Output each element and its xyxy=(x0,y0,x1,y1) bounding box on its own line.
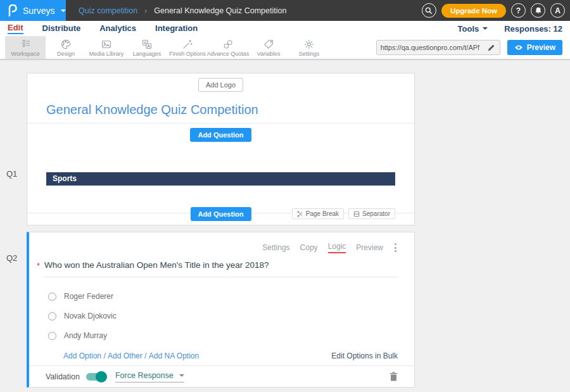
survey-url-box xyxy=(376,40,500,55)
separator-label: Separator xyxy=(362,210,390,217)
magic-wand-icon xyxy=(182,39,193,50)
separator-button[interactable]: Separator xyxy=(348,208,395,219)
required-asterisk: * xyxy=(37,260,40,277)
add-logo-button[interactable]: Add Logo xyxy=(198,78,243,92)
option-links-row: Add Option / Add Other / Add NA Option E… xyxy=(63,351,398,360)
toggle-knob xyxy=(96,371,107,383)
toolbar-item-advance-quotas[interactable]: Advance Quotas xyxy=(208,36,248,59)
links-separator: / xyxy=(142,351,149,360)
questionpro-logo-icon xyxy=(8,4,17,16)
toolbar-item-workspace[interactable]: Workspace xyxy=(5,36,46,59)
editor-toolbar: Workspace Design Media Library Languages… xyxy=(0,36,570,60)
survey-title[interactable]: General Knowledge Quiz Competition xyxy=(46,103,395,117)
toolbar-item-label: Variables xyxy=(257,51,281,57)
surveys-menu[interactable]: Surveys xyxy=(0,0,66,21)
toolbar-item-finish-options[interactable]: Finish Options xyxy=(167,36,208,59)
validation-toggle[interactable] xyxy=(86,373,105,381)
toolbar-item-label: Media Library xyxy=(89,51,124,57)
account-avatar[interactable]: A xyxy=(550,3,565,18)
toolbar-item-languages[interactable]: Languages xyxy=(127,36,167,59)
toolbar-item-media-library[interactable]: Media Library xyxy=(86,36,127,59)
tab-edit[interactable]: Edit xyxy=(8,23,23,34)
toolbar-item-label: Design xyxy=(57,51,75,57)
chain-links-icon xyxy=(222,39,234,50)
tag-icon xyxy=(263,39,274,50)
avatar-letter: A xyxy=(555,6,560,15)
breadcrumb-folder[interactable]: Quiz competition xyxy=(79,6,137,15)
tabbar-right: Tools Responses: 12 xyxy=(458,24,562,34)
survey-editor-page: Surveys Quiz competition › General Knowl… xyxy=(0,0,570,392)
section-tabbar: Edit Distribute Analytics Integration To… xyxy=(0,21,570,36)
question-preview-link[interactable]: Preview xyxy=(356,243,383,252)
edit-options-in-bulk-link[interactable]: Edit Options in Bulk xyxy=(331,351,398,360)
radio-button[interactable] xyxy=(48,332,56,340)
question-copy-link[interactable]: Copy xyxy=(300,243,318,252)
preview-button[interactable]: Preview xyxy=(507,40,562,55)
question-number-q1: Q1 xyxy=(6,169,17,179)
add-option-link[interactable]: Add Option xyxy=(63,351,101,360)
toolbar-item-variables[interactable]: Variables xyxy=(248,36,289,59)
upgrade-now-button[interactable]: Upgrade Now xyxy=(441,4,506,18)
tab-analytics[interactable]: Analytics xyxy=(99,23,136,34)
question-mark-icon: ? xyxy=(516,6,521,15)
question-text-row: * Who won the Australian Open Men's Titl… xyxy=(37,260,398,277)
gear-icon xyxy=(303,39,315,50)
question-number-q2: Q2 xyxy=(6,253,17,263)
chevron-down-icon xyxy=(483,27,488,30)
validation-label: Validation xyxy=(46,372,80,381)
tab-integration[interactable]: Integration xyxy=(155,23,198,34)
edit-url-button[interactable] xyxy=(483,41,500,54)
answer-option-label[interactable]: Andy Murray xyxy=(64,331,107,340)
force-response-dropdown[interactable]: Force Response xyxy=(115,371,184,383)
toolbar-item-label: Workspace xyxy=(11,51,40,57)
breadcrumb-separator: › xyxy=(144,6,147,15)
toolbar-item-settings[interactable]: Settings xyxy=(289,36,329,59)
design-palette-icon xyxy=(60,39,72,50)
add-na-option-link[interactable]: Add NA Option xyxy=(149,351,199,360)
force-response-label: Force Response xyxy=(115,371,174,380)
tools-dropdown[interactable]: Tools xyxy=(458,24,488,34)
question-text-input[interactable]: Who won the Australian Open Men's Title … xyxy=(44,260,398,277)
answer-option-label[interactable]: Novak Djokovic xyxy=(64,312,117,320)
question-logic-link[interactable]: Logic xyxy=(328,242,346,253)
responses-count[interactable]: Responses: 12 xyxy=(504,24,562,34)
page-break-button[interactable]: Page Break xyxy=(292,208,344,219)
surveys-menu-label: Surveys xyxy=(23,6,55,16)
preview-button-label: Preview xyxy=(527,43,555,52)
breadcrumb-survey-name: General Knowledge Quiz Competition xyxy=(154,6,286,15)
add-question-button-bottom[interactable]: Add Question xyxy=(190,207,251,221)
answer-option-row: Roger Federer xyxy=(48,292,414,301)
answer-option-row: Andy Murray xyxy=(48,331,414,340)
question-footer: Validation Force Response xyxy=(29,365,414,387)
card1-footer: Add Question Page Break Separator xyxy=(27,201,414,225)
tab-distribute[interactable]: Distribute xyxy=(42,23,81,34)
search-button[interactable] xyxy=(422,3,436,18)
separator-icon xyxy=(353,211,360,217)
scissors-icon xyxy=(297,211,303,217)
add-other-link[interactable]: Add Other xyxy=(108,351,142,360)
toolbar-right: Preview xyxy=(376,36,570,59)
toolbar-item-design[interactable]: Design xyxy=(46,36,86,59)
delete-question-button[interactable] xyxy=(390,372,398,381)
notifications-button[interactable] xyxy=(531,3,545,18)
pencil-icon xyxy=(488,44,495,51)
radio-button[interactable] xyxy=(48,293,56,301)
tools-label: Tools xyxy=(458,24,479,34)
question-settings-link[interactable]: Settings xyxy=(262,243,289,252)
links-separator: / xyxy=(101,351,108,360)
toolbar-item-label: Finish Options xyxy=(169,51,206,57)
survey-url-input[interactable] xyxy=(377,44,483,51)
add-question-button-top[interactable]: Add Question xyxy=(190,128,251,142)
radio-button[interactable] xyxy=(48,312,56,320)
help-button[interactable]: ? xyxy=(511,3,526,18)
kebab-menu-icon[interactable] xyxy=(393,242,398,253)
answer-option-label[interactable]: Roger Federer xyxy=(64,292,113,301)
search-icon xyxy=(425,7,433,15)
toolbar-item-label: Settings xyxy=(299,51,320,57)
languages-icon xyxy=(141,39,153,50)
workspace-icon xyxy=(20,39,31,50)
trash-icon xyxy=(390,372,398,381)
page-break-label: Page Break xyxy=(306,210,339,217)
chevron-down-icon xyxy=(61,9,66,12)
section-header-q1[interactable]: Sports xyxy=(46,172,395,186)
